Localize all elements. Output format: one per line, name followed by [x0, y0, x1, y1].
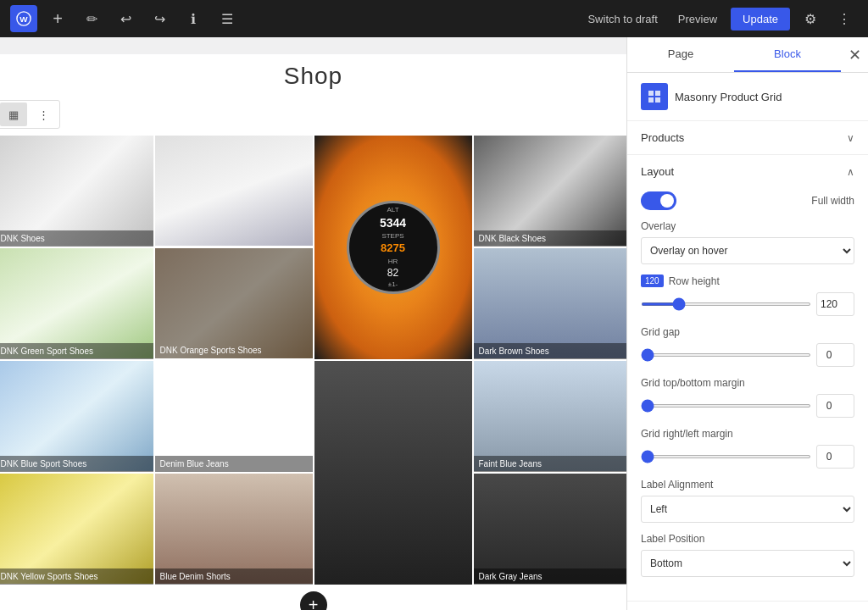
product-item-4[interactable]: DNK Black Shoes	[474, 136, 627, 247]
undo-button[interactable]: ↩	[112, 5, 139, 32]
svg-rect-2	[648, 91, 654, 96]
section-layout-body: Full width Overlay Overlay on hover Alwa…	[627, 188, 868, 601]
product-item-14[interactable]: Dark Gray Jeans	[474, 474, 627, 585]
preview-button[interactable]: Preview	[671, 9, 724, 29]
product-item-9[interactable]: Denim Blue Jeans	[155, 361, 313, 472]
section-products: Products ∨	[627, 121, 868, 155]
product-grid-wrapper: DNK Shoes ALT 5344 STEPS 8275 HR	[0, 136, 626, 585]
grid-right-left-slider[interactable]	[641, 455, 811, 458]
grid-right-left-label: Grid right/left margin	[641, 428, 854, 440]
menu-icon: ☰	[221, 11, 233, 27]
label-position-select[interactable]: Bottom Top None	[641, 550, 854, 577]
panel-body: Masonry Product Grid Products ∨ Layout ∧	[627, 73, 868, 610]
redo-icon: ↪	[154, 11, 165, 27]
canvas-page: Shop ▦ ⋮ DNK Shoes	[0, 54, 626, 610]
section-products-title: Products	[641, 131, 684, 144]
product-item-7[interactable]: Dark Brown Shoes	[474, 248, 627, 359]
block-toolbar: ▦ ⋮	[0, 100, 60, 129]
product-name-7: Dark Brown Shoes	[474, 343, 627, 359]
svg-rect-3	[655, 91, 660, 96]
page-title: Shop	[0, 63, 626, 90]
overlay-select[interactable]: Overlay on hover Always overlay No overl…	[641, 237, 854, 264]
overlay-label: Overlay	[641, 220, 854, 232]
add-block-bottom-button[interactable]: +	[300, 591, 327, 610]
section-responsive: Responsive layout ∨	[627, 602, 868, 610]
grid-right-left-number[interactable]	[816, 445, 854, 469]
label-alignment-select[interactable]: Left Center Right	[641, 496, 854, 523]
product-item-10[interactable]	[314, 361, 472, 585]
gear-icon: ⚙	[804, 11, 816, 27]
settings-gear-button[interactable]: ⚙	[797, 5, 824, 32]
grid-icon: ▦	[8, 108, 19, 121]
undo-icon: ↩	[120, 11, 131, 27]
tab-block[interactable]: Block	[734, 37, 841, 72]
product-item-6[interactable]: DNK Orange Sports Shoes	[155, 248, 313, 359]
update-button[interactable]: Update	[731, 8, 790, 30]
grid-gap-label: Grid gap	[641, 326, 854, 338]
grid-top-bottom-number[interactable]	[816, 394, 854, 418]
row-height-slider[interactable]	[641, 302, 811, 306]
product-name-5: DNK Green Sport Shoes	[0, 343, 153, 359]
grid-gap-number[interactable]	[816, 343, 854, 367]
section-layout-header[interactable]: Layout ∧	[627, 155, 868, 188]
product-item-5[interactable]: DNK Green Sport Shoes	[0, 248, 153, 359]
section-layout: Layout ∧ Full width	[627, 155, 868, 602]
section-layout-title: Layout	[641, 165, 674, 178]
row-height-number[interactable]	[816, 292, 854, 316]
product-item-2[interactable]	[155, 136, 313, 247]
svg-text:W: W	[19, 14, 28, 24]
plus-icon: +	[53, 9, 63, 29]
svg-rect-5	[655, 97, 660, 103]
label-alignment-label: Label Alignment	[641, 479, 854, 491]
layout-chevron-icon: ∧	[847, 166, 854, 178]
info-button[interactable]: ℹ	[180, 5, 207, 32]
grid-view-button[interactable]: ▦	[0, 103, 27, 126]
block-name-label: Masonry Product Grid	[675, 91, 782, 103]
grid-gap-slider[interactable]	[641, 353, 811, 357]
switch-to-draft-button[interactable]: Switch to draft	[581, 9, 664, 29]
menu-button[interactable]: ☰	[214, 5, 241, 32]
product-item-11[interactable]: Faint Blue Jeans	[474, 361, 627, 472]
pencil-icon: ✏	[86, 11, 97, 27]
add-block-container: +	[0, 591, 626, 610]
product-item-8[interactable]: DNK Blue Sport Shoes	[0, 361, 153, 472]
label-position-label: Label Position	[641, 533, 854, 545]
grid-top-bottom-label: Grid top/bottom margin	[641, 377, 854, 389]
full-width-toggle[interactable]	[641, 191, 676, 210]
add-block-button[interactable]: +	[44, 5, 71, 32]
product-item-1[interactable]: DNK Shoes	[0, 136, 153, 247]
product-item-watch[interactable]: ALT 5344 STEPS 8275 HR 82 ±1-	[314, 136, 472, 359]
product-item-12[interactable]: DNK Yellow Sports Shoes	[0, 474, 153, 585]
edit-button[interactable]: ✏	[78, 5, 105, 32]
full-width-row: Full width	[641, 191, 854, 210]
grid-top-bottom-group: Grid top/bottom margin	[641, 377, 854, 418]
panel-header: Page Block ✕	[627, 37, 868, 73]
product-name-8: DNK Blue Sport Shoes	[0, 456, 153, 472]
label-position-group: Label Position Bottom Top None	[641, 533, 854, 577]
row-height-label: Row height	[669, 275, 720, 287]
panel-close-button[interactable]: ✕	[841, 42, 868, 69]
tab-page[interactable]: Page	[627, 37, 734, 72]
close-icon: ✕	[849, 46, 861, 64]
svg-rect-4	[648, 97, 654, 103]
grid-top-bottom-slider[interactable]	[641, 404, 811, 408]
block-options-button[interactable]: ⋮	[31, 103, 58, 126]
full-width-label: Full width	[811, 195, 854, 207]
more-options-button[interactable]: ⋮	[831, 5, 858, 32]
section-responsive-header[interactable]: Responsive layout ∨	[627, 602, 868, 610]
ellipsis-icon: ⋮	[837, 11, 851, 27]
grid-gap-group: Grid gap	[641, 326, 854, 367]
product-name-1: DNK Shoes	[0, 230, 153, 247]
product-item-13[interactable]: Blue Denim Shorts	[155, 474, 313, 585]
row-height-badge: 120	[641, 274, 664, 287]
redo-button[interactable]: ↪	[146, 5, 173, 32]
section-products-header[interactable]: Products ∨	[627, 121, 868, 154]
product-name-12: DNK Yellow Sports Shoes	[0, 568, 153, 585]
grid-right-left-group: Grid right/left margin	[641, 428, 854, 469]
product-name-6: DNK Orange Sports Shoes	[160, 346, 262, 355]
product-grid: DNK Shoes ALT 5344 STEPS 8275 HR	[0, 136, 626, 585]
product-name-4: DNK Black Shoes	[474, 230, 627, 247]
product-name-11: Faint Blue Jeans	[474, 456, 627, 472]
overlay-group: Overlay Overlay on hover Always overlay …	[641, 220, 854, 264]
canvas-area: Shop ▦ ⋮ DNK Shoes	[0, 37, 626, 610]
